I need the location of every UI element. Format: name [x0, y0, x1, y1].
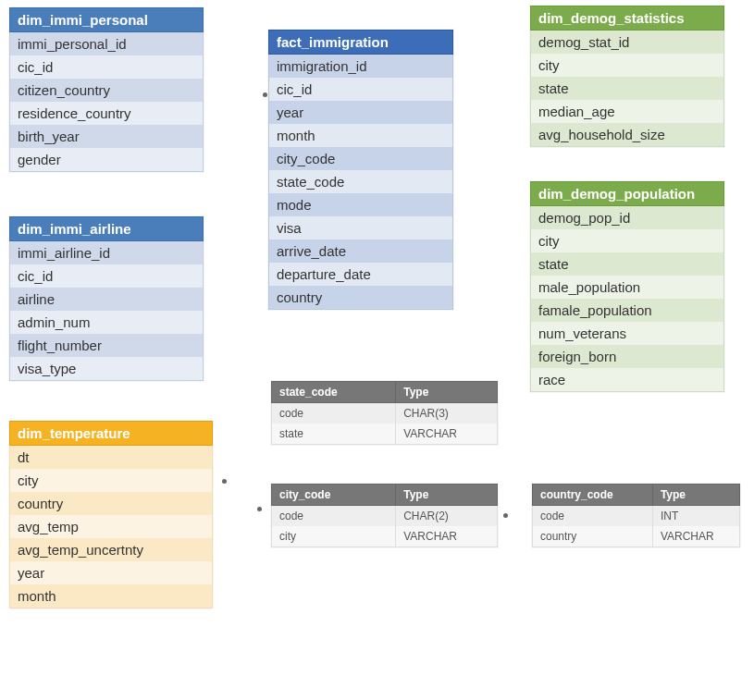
column-name: departure_date [269, 263, 453, 286]
table-header: fact_immigration [269, 31, 453, 55]
column-name: city [531, 54, 724, 77]
lookup-col: state [272, 424, 396, 445]
column-name: city [531, 229, 724, 252]
column-name: state [531, 77, 724, 100]
connector-dot-icon [263, 92, 267, 97]
column-name: cic_id [10, 264, 204, 288]
lookup-col: code [533, 506, 653, 527]
table-dim-demog-statistics: dim_demog_statistics demog_stat_id city … [530, 6, 724, 147]
column-name: year [10, 561, 213, 584]
column-name: month [10, 584, 213, 608]
column-name: flight_number [10, 334, 204, 357]
connector-dot-icon [257, 507, 262, 511]
column-name: residence_country [10, 102, 204, 125]
lookup-col: city [272, 526, 396, 547]
column-name: median_age [531, 100, 724, 123]
column-name: city_code [269, 147, 453, 170]
lookup-header-type: Type [652, 485, 739, 506]
column-name: immi_personal_id [10, 32, 204, 56]
table-header: dim_demog_population [531, 182, 724, 206]
table-state-code: state_code Type code CHAR(3) state VARCH… [271, 381, 498, 445]
column-name: immigration_id [269, 55, 453, 79]
column-name: visa_type [10, 357, 204, 381]
column-name: race [531, 368, 724, 392]
column-name: country [10, 492, 213, 515]
column-name: mode [269, 193, 453, 216]
column-name: airline [10, 288, 204, 311]
column-name: cic_id [10, 55, 204, 79]
lookup-col: code [272, 506, 396, 527]
table-fact-immigration: fact_immigration immigration_id cic_id y… [268, 30, 453, 310]
table-dim-demog-population: dim_demog_population demog_pop_id city s… [530, 181, 724, 392]
column-name: country [269, 286, 453, 310]
column-name: birth_year [10, 125, 204, 148]
table-country-code: country_code Type code INT country VARCH… [532, 484, 740, 547]
lookup-type: VARCHAR [396, 424, 498, 445]
column-name: year [269, 101, 453, 124]
column-name: arrive_date [269, 239, 453, 263]
column-name: month [269, 124, 453, 147]
lookup-header-type: Type [396, 382, 498, 403]
lookup-col: code [272, 403, 396, 424]
table-header: dim_demog_statistics [531, 6, 724, 31]
column-name: demog_pop_id [531, 206, 724, 230]
table-dim-immi-personal: dim_immi_personal immi_personal_id cic_i… [9, 7, 204, 172]
column-name: citizen_country [10, 79, 204, 102]
lookup-header-name: country_code [533, 485, 653, 506]
column-name: foreign_born [531, 345, 724, 368]
lookup-type: INT [652, 506, 739, 527]
lookup-type: VARCHAR [396, 526, 498, 547]
column-name: city [10, 469, 213, 492]
table-header: dim_temperature [10, 422, 213, 446]
connector-dot-icon [222, 479, 227, 484]
lookup-type: CHAR(3) [396, 403, 498, 424]
table-header: dim_immi_personal [10, 8, 204, 32]
column-name: avg_temp_uncertnty [10, 538, 213, 561]
table-city-code: city_code Type code CHAR(2) city VARCHAR [271, 484, 498, 547]
table-dim-temperature: dim_temperature dt city country avg_temp… [9, 421, 213, 608]
column-name: admin_num [10, 311, 204, 334]
column-name: avg_temp [10, 515, 213, 538]
lookup-header-name: state_code [272, 382, 396, 403]
column-name: visa [269, 216, 453, 239]
column-name: gender [10, 148, 204, 172]
table-header: dim_immi_airline [10, 217, 204, 241]
connector-dot-icon [503, 513, 508, 518]
lookup-type: CHAR(2) [396, 506, 498, 527]
column-name: demog_stat_id [531, 31, 724, 55]
column-name: famale_population [531, 299, 724, 322]
table-dim-immi-airline: dim_immi_airline immi_airline_id cic_id … [9, 216, 204, 381]
lookup-header-name: city_code [272, 485, 396, 506]
column-name: state [531, 252, 724, 276]
lookup-col: country [533, 526, 653, 547]
lookup-type: VARCHAR [652, 526, 739, 547]
column-name: num_veterans [531, 322, 724, 345]
column-name: cic_id [269, 78, 453, 101]
column-name: avg_household_size [531, 123, 724, 147]
column-name: immi_airline_id [10, 241, 204, 265]
column-name: dt [10, 446, 213, 470]
column-name: state_code [269, 170, 453, 193]
lookup-header-type: Type [396, 485, 498, 506]
column-name: male_population [531, 276, 724, 299]
